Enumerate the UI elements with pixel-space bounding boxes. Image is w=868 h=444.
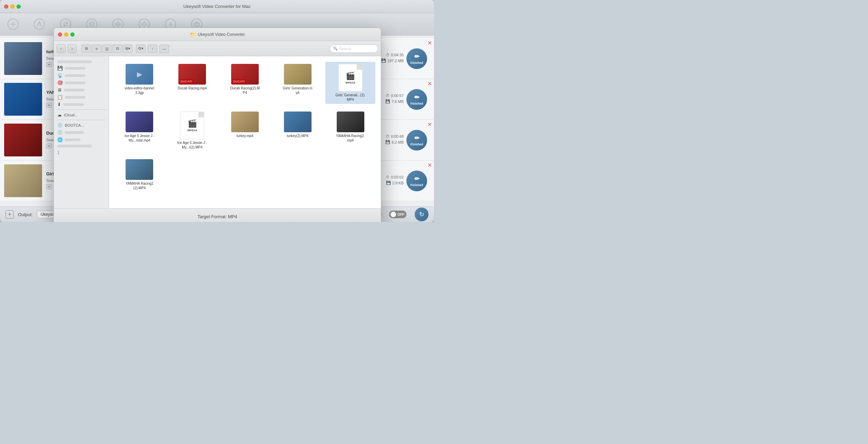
thumbnail-3[interactable]: ▶ bbox=[4, 124, 42, 156]
mpeg4-text: MPEG4 bbox=[346, 81, 355, 84]
sidebar-blur-2 bbox=[57, 145, 92, 147]
wifi-icon: 📡 bbox=[57, 73, 63, 78]
svg-text:A: A bbox=[169, 21, 172, 27]
add-file-button[interactable]: + bbox=[6, 210, 14, 219]
sidebar-icloud[interactable]: ☁ iCloud... bbox=[54, 111, 109, 118]
search-icon: 🔍 bbox=[333, 46, 338, 51]
fullscreen-traffic-light[interactable] bbox=[17, 4, 21, 9]
title-bar: Ukeysoft Video Converter for Mac bbox=[0, 0, 434, 13]
thumb-1: ▶ bbox=[126, 64, 153, 85]
grid-label-10: YAMAHA Racing2.mp4 bbox=[335, 134, 366, 143]
action-btn[interactable]: ⚙▾ bbox=[136, 45, 146, 53]
thumb-10 bbox=[337, 112, 364, 132]
format-badge-3: ▪ bbox=[46, 143, 52, 148]
sidebar-label-2 bbox=[65, 74, 86, 77]
add-toolbar-btn[interactable] bbox=[7, 18, 19, 30]
sidebar-label-6 bbox=[63, 103, 84, 106]
sidebar-item-6[interactable]: ⬇ bbox=[54, 101, 109, 108]
thumb-11 bbox=[126, 159, 153, 180]
sidebar-item-num[interactable]: 1 bbox=[54, 149, 109, 156]
apps-icon: 🎯 bbox=[57, 80, 63, 85]
view-options-btn[interactable]: ⊞▾ bbox=[123, 45, 132, 53]
sidebar-label-1 bbox=[65, 67, 86, 70]
edit-toolbar-btn[interactable] bbox=[33, 18, 46, 30]
icon-view-btn[interactable]: ⊞ bbox=[81, 45, 91, 53]
gallery-view-btn[interactable]: ⊟ bbox=[112, 45, 122, 53]
convert-button[interactable]: ↻ bbox=[415, 207, 428, 221]
close-traffic-light[interactable] bbox=[4, 4, 8, 9]
files-area: ▶ video-editor-banner3.3gp DUCATI Ducati… bbox=[109, 56, 381, 208]
grid-label-4: Girls' Generation.mp4 bbox=[282, 86, 313, 95]
dialog-title: 📁 Ukeysoft Video Converter bbox=[190, 32, 245, 37]
sidebar-item-1[interactable]: 💾 bbox=[54, 65, 109, 72]
format-badge-2: ▪ bbox=[46, 103, 52, 108]
icloud-label: iCloud... bbox=[64, 113, 78, 117]
close-btn-4[interactable]: ✕ bbox=[427, 163, 432, 168]
clock-icon-3: ⏱ bbox=[386, 134, 389, 138]
minimize-traffic-light[interactable] bbox=[10, 4, 14, 9]
disk2-label bbox=[65, 138, 80, 141]
thumb-icon-1: ▶ bbox=[137, 70, 142, 78]
grid-item-10[interactable]: YAMAHA Racing2.mp4 bbox=[325, 109, 375, 152]
page-corner bbox=[357, 64, 362, 70]
tag-btn[interactable]: — bbox=[159, 45, 169, 53]
status-badge-4: ✏ Finished bbox=[406, 171, 427, 191]
grid-item-9[interactable]: turkey(2).MP4 bbox=[273, 109, 323, 152]
mpeg4-file-icon-2: 🎬 MPEG4 bbox=[180, 112, 204, 139]
grid-item-6[interactable]: Ice Age 5 Jessie J - My...rstar.mp4 bbox=[115, 109, 165, 152]
sidebar-item-4[interactable]: 🖥 bbox=[54, 86, 109, 94]
grid-item-7[interactable]: 🎬 MPEG4 Ice Age 5 Jessie J - My...r(2).M… bbox=[167, 109, 217, 152]
grid-label-11: YAMAHA Racing2(2).MP4 bbox=[124, 181, 155, 190]
search-box[interactable]: 🔍 Search bbox=[330, 45, 378, 53]
folder-icon: 📁 bbox=[190, 32, 196, 37]
close-btn-2[interactable]: ✕ bbox=[427, 81, 432, 87]
column-view-btn[interactable]: ||| bbox=[102, 45, 112, 53]
sidebar-item-2[interactable]: 📡 bbox=[54, 72, 109, 79]
grid-item-8[interactable]: turkey.mp4 bbox=[220, 109, 270, 152]
mpeg4-logo-2: 🎬 bbox=[188, 119, 197, 128]
sidebar-label-4 bbox=[64, 89, 85, 91]
toggle-text: OFF bbox=[397, 213, 404, 216]
thumbnail-1[interactable]: ▶ bbox=[4, 42, 42, 75]
thumbnail-4[interactable] bbox=[4, 164, 42, 197]
dialog-fullscreen-btn[interactable] bbox=[70, 32, 75, 37]
status-badge-3: ✏ Finished bbox=[406, 130, 427, 151]
grid-item-2[interactable]: DUCATI Ducati Racing.mp4 bbox=[167, 62, 217, 104]
sidebar-item-5[interactable]: 📋 bbox=[54, 94, 109, 101]
svg-text:Iz: Iz bbox=[90, 22, 93, 26]
grid-item-4[interactable]: Girls' Generation.mp4 bbox=[273, 62, 323, 104]
thumb-8 bbox=[231, 112, 259, 132]
disk-icon-2: 💾 bbox=[385, 99, 390, 104]
mpeg4-text-2: MPEG4 bbox=[187, 129, 197, 132]
clock-icon-2: ⏱ bbox=[386, 94, 389, 98]
sidebar-blur-1 bbox=[57, 60, 92, 63]
sidebar-separator bbox=[57, 109, 106, 110]
grid-label-9: turkey(2).MP4 bbox=[287, 134, 308, 138]
svg-point-18 bbox=[195, 23, 198, 26]
grid-item-3[interactable]: DUCATI Ducati Racing(2).MP4 bbox=[220, 62, 270, 104]
close-btn-3[interactable]: ✕ bbox=[427, 122, 432, 127]
finished-icon-3: ✏ bbox=[414, 134, 420, 142]
close-btn-1[interactable]: ✕ bbox=[427, 40, 432, 46]
sidebar-item-disk2[interactable]: 🌐 bbox=[54, 136, 109, 143]
dialog-close-btn[interactable] bbox=[58, 32, 62, 37]
mpeg4-file-icon: 🎬 MPEG4 bbox=[338, 64, 363, 91]
sidebar-item-3[interactable]: 🎯 bbox=[54, 79, 109, 86]
thumb-6-bg bbox=[126, 112, 153, 132]
grid-label-1: video-editor-banner3.3gp bbox=[124, 86, 155, 95]
grid-item-11[interactable]: YAMAHA Racing2(2).MP4 bbox=[115, 157, 165, 192]
thumb-4 bbox=[284, 64, 312, 85]
docs-icon: 📋 bbox=[57, 95, 63, 100]
back-button[interactable]: ‹ bbox=[57, 44, 66, 53]
merge-toggle[interactable]: OFF bbox=[389, 211, 406, 218]
grid-item-1[interactable]: ▶ video-editor-banner3.3gp bbox=[115, 62, 165, 104]
sidebar-item-disk1[interactable]: 💿 bbox=[54, 129, 109, 136]
sidebar-bootcamp[interactable]: 💿 BOOTCA... bbox=[54, 122, 109, 129]
view-buttons: ⊞ ≡ ||| ⊟ ⊞▾ bbox=[81, 45, 132, 53]
grid-item-5[interactable]: 🎬 MPEG4 Girls' Generati...(2).MP4 bbox=[325, 62, 375, 104]
thumbnail-2[interactable]: ▶ bbox=[4, 83, 42, 116]
share-btn[interactable]: ↑ bbox=[148, 45, 157, 53]
forward-button[interactable]: › bbox=[68, 44, 77, 53]
dialog-minimize-btn[interactable] bbox=[64, 32, 68, 37]
list-view-btn[interactable]: ≡ bbox=[92, 45, 101, 53]
